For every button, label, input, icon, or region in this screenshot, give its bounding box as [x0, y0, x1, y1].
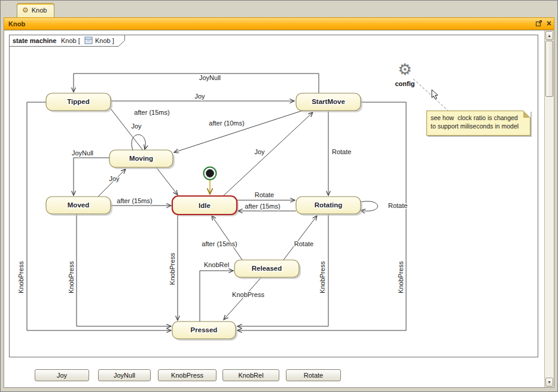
- transition-knobrel-pressed-released[interactable]: [200, 271, 233, 321]
- pane-titlebar: Knob ×: [4, 17, 554, 30]
- config-label: config: [395, 80, 415, 87]
- mouse-cursor-icon: [432, 90, 438, 99]
- transition-label[interactable]: KnobPress: [17, 261, 25, 293]
- scrollbar-thumb[interactable]: [545, 41, 553, 97]
- pane-title: Knob: [4, 20, 25, 27]
- sim-button-joy[interactable]: Joy: [35, 369, 89, 381]
- state-name: Released: [252, 265, 282, 272]
- restore-window-icon[interactable]: [535, 20, 542, 27]
- transition-label[interactable]: KnobRel: [204, 261, 229, 268]
- transition-label[interactable]: KnobPress: [397, 261, 404, 293]
- transition-joy-moving-self[interactable]: [132, 134, 145, 150]
- transition-label[interactable]: KnobPress: [232, 291, 264, 298]
- transition-label[interactable]: after (15ms): [245, 203, 280, 210]
- transition-label[interactable]: KnobPress: [169, 253, 176, 285]
- state-startmove[interactable]: StartMove: [296, 93, 362, 112]
- vertical-scrollbar[interactable]: ▲ ▼: [544, 30, 554, 387]
- transition-knobpress-released-pressed[interactable]: [224, 277, 261, 320]
- state-name: Pressed: [191, 326, 218, 333]
- note-comment[interactable]: see how clock ratio is changed to suppor…: [426, 111, 530, 136]
- transition-label[interactable]: after (15ms): [202, 240, 237, 247]
- state-name: Rotating: [315, 201, 343, 209]
- transition-label[interactable]: JoyNull: [72, 149, 93, 157]
- scroll-down-icon[interactable]: ▼: [545, 378, 553, 387]
- state-machine-diagram-icon: [85, 37, 92, 44]
- frame-name-label: Knob [: [61, 37, 80, 44]
- state-tipped[interactable]: Tipped: [46, 93, 112, 112]
- transition-rotate-rotating-self[interactable]: [361, 201, 378, 211]
- transition-label[interactable]: Joy: [194, 93, 205, 100]
- sim-button-joynull[interactable]: JoyNull: [98, 369, 151, 381]
- transition-joynull-startmove-tipped[interactable]: [74, 74, 319, 93]
- state-released[interactable]: Released: [234, 260, 301, 279]
- frame-kind-label: state machine: [13, 37, 56, 44]
- state-rotating[interactable]: Rotating: [296, 197, 362, 216]
- state-name: Moved: [68, 201, 89, 209]
- config-element[interactable]: ⚙ config: [388, 62, 422, 88]
- state-idle-active[interactable]: Idle: [172, 196, 239, 216]
- close-icon[interactable]: ×: [547, 19, 551, 27]
- transition-label[interactable]: KnobPress: [68, 261, 75, 293]
- sim-button-rotate[interactable]: Rotate: [286, 369, 341, 381]
- transition-label[interactable]: Rotate: [332, 148, 351, 155]
- transition-label[interactable]: after (15ms): [117, 197, 152, 204]
- state-name: Moving: [129, 155, 153, 162]
- state-machine-gear-icon: ⚙: [22, 7, 29, 14]
- state-moving[interactable]: Moving: [109, 150, 175, 169]
- transition-label[interactable]: JoyNull: [199, 74, 221, 81]
- transition-label[interactable]: after (10ms): [209, 120, 244, 127]
- diagram-canvas[interactable]: state machine Knob [ Knob ]: [4, 30, 554, 388]
- transition-after15-released-idle[interactable]: [212, 216, 242, 260]
- transition-rotate-released-rotating[interactable]: [283, 216, 317, 260]
- transition-label[interactable]: Joy: [254, 148, 265, 155]
- transition-label[interactable]: Rotate: [255, 191, 274, 198]
- transition-label[interactable]: Rotate: [294, 240, 313, 247]
- transition-after10-startmove-moving[interactable]: [174, 111, 303, 152]
- sim-button-knobrel[interactable]: KnobRel: [222, 369, 279, 381]
- initial-pseudostate[interactable]: [204, 167, 217, 195]
- transition-label[interactable]: Joy: [109, 175, 120, 182]
- transition-label[interactable]: KnobPress: [319, 261, 326, 293]
- transition-joy-moved-moving[interactable]: [98, 169, 126, 197]
- state-machine-diagram: state machine Knob [ Knob ]: [4, 30, 545, 388]
- state-moved[interactable]: Moved: [46, 197, 112, 216]
- scroll-up-icon[interactable]: ▲: [545, 31, 553, 40]
- sim-button-knobpress[interactable]: KnobPress: [158, 369, 217, 381]
- frame-ref-label: Knob ]: [95, 37, 114, 44]
- state-pressed[interactable]: Pressed: [172, 321, 237, 341]
- tab-knob[interactable]: ⚙ Knob: [17, 3, 54, 17]
- state-name: Idle: [199, 202, 211, 209]
- knob-pane-window: ⚙ Knob Knob ×: [0, 0, 558, 392]
- diagram-tab-bar: ⚙ Knob: [4, 2, 554, 17]
- transition-knobpress-moved-pressed[interactable]: [77, 214, 171, 326]
- transition-label[interactable]: after (15ms): [134, 109, 169, 116]
- transition-label[interactable]: Rotate: [388, 202, 407, 209]
- transition-knobpress-tipped-pressed[interactable]: [27, 102, 171, 330]
- config-gear-icon: ⚙: [388, 62, 422, 78]
- transition-label[interactable]: Joy: [131, 122, 142, 130]
- transition-joynull-moving-moved[interactable]: [74, 158, 109, 195]
- tab-label: Knob: [32, 7, 47, 14]
- state-name: Tipped: [67, 98, 89, 105]
- state-name: StartMove: [312, 98, 345, 105]
